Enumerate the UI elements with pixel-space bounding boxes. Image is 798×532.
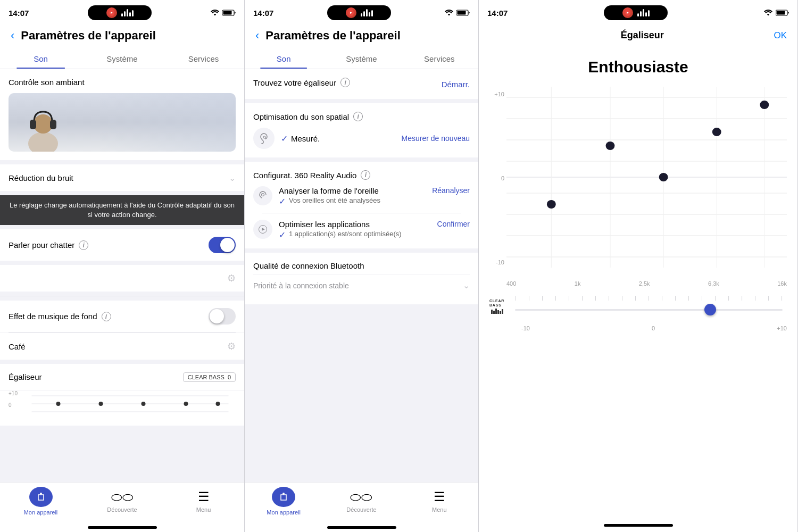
- svg-point-18: [262, 194, 264, 196]
- eq-dot-400[interactable]: [547, 200, 556, 209]
- status-bar-1: 14:07: [0, 0, 244, 23]
- config-info-icon[interactable]: i: [361, 170, 370, 180]
- eq-y-zero: 0: [9, 402, 12, 408]
- eq-page-title: Égaliseur: [511, 30, 774, 41]
- bg-music-toggle[interactable]: [209, 308, 236, 325]
- eq-label: Égaliseur: [9, 372, 42, 381]
- eq-freq-label-1: 400: [506, 280, 516, 287]
- config-title: Configurat. 360 Reality Audio i: [253, 170, 470, 180]
- slider-ticks-row: | | | | | | | | | | | | | | | | | | | |: [515, 295, 783, 301]
- toggle-knob: [220, 238, 235, 252]
- status-time-3: 14:07: [487, 9, 508, 18]
- cb-bar-3: [495, 309, 497, 314]
- nav-menu-1[interactable]: ☰ Menu: [163, 487, 244, 516]
- confirm-button[interactable]: Confirmer: [437, 220, 470, 228]
- home-indicator-2: [327, 526, 396, 529]
- eq-freq-label-2: 1k: [575, 280, 581, 287]
- chevron-down-icon[interactable]: ⌄: [229, 173, 236, 183]
- eq-y-zero: 0: [489, 175, 504, 181]
- gear-row: ⚙: [0, 265, 244, 292]
- gear-section: ⚙: [0, 265, 244, 292]
- checkmark-optimize: ✓: [279, 230, 286, 240]
- eq-svg-chart: [506, 87, 787, 268]
- person-illustration: [19, 98, 67, 152]
- eq-preset-name: Enthousiaste: [479, 47, 797, 81]
- spatial-measured: ✓ Mesuré.: [281, 134, 395, 144]
- cafe-row: Café ⚙: [0, 333, 244, 360]
- cb-range-labels: -10 0 +10: [479, 324, 797, 332]
- config-sep: [262, 213, 461, 213]
- tab-systeme-1[interactable]: Système: [81, 50, 163, 69]
- bg-music-info-icon[interactable]: i: [102, 312, 111, 321]
- nav-mon-appareil-label-1: Mon appareil: [24, 509, 58, 516]
- eq-dot-25k[interactable]: [659, 173, 668, 181]
- reanalyze-button[interactable]: Réanalyser: [432, 186, 470, 195]
- app-icon-2: [346, 7, 356, 18]
- cafe-label: Café: [9, 342, 26, 351]
- tooltip-text: Le réglage change automatiquement à l'ai…: [10, 201, 235, 219]
- tab-son-2[interactable]: Son: [245, 50, 322, 69]
- play-icon: [253, 220, 272, 239]
- spatial-section: Optimisation du son spatial i ✓ Mesuré.: [245, 103, 478, 157]
- city-bg: [99, 93, 236, 152]
- gear-icon-1[interactable]: ⚙: [227, 272, 236, 284]
- find-eq-title: Trouvez votre égaliseur i: [253, 78, 350, 87]
- back-button-1[interactable]: ‹: [9, 28, 16, 44]
- spatial-title: Optimisation du son spatial i: [253, 112, 470, 121]
- eq-dot-16k[interactable]: [760, 101, 769, 109]
- find-eq-info-icon[interactable]: i: [340, 78, 350, 87]
- svg-point-3: [34, 114, 53, 134]
- noise-reduction-label: Réduction du bruit: [9, 173, 73, 182]
- analyze-row: Analyser la forme de l'oreille ✓ Vos ore…: [253, 186, 470, 206]
- demarr-button[interactable]: Démarr.: [442, 80, 470, 89]
- eq-y-plus10: +10: [9, 390, 18, 396]
- bg-music-row: Effet de musique de fond i: [0, 301, 244, 332]
- optimize-text: Optimiser les applications ✓ 1 applicati…: [279, 220, 431, 240]
- status-icons-2: [445, 10, 470, 16]
- panel-3: 14:07: [479, 0, 798, 532]
- eq-chart-inner: [506, 87, 787, 270]
- talk-chat-toggle[interactable]: [209, 237, 236, 253]
- measure-again-button[interactable]: Mesurer de nouveau: [402, 134, 470, 143]
- nav-menu-label-1: Menu: [196, 506, 211, 513]
- talk-chat-label: Parler pour chatter i: [9, 240, 88, 250]
- mini-eq-chart: +10 0: [0, 390, 244, 426]
- tab-son-1[interactable]: Son: [0, 50, 81, 69]
- eq-ok-button[interactable]: OK: [774, 30, 787, 41]
- eq-header: Égaliseur OK: [479, 23, 797, 47]
- nav-decouverte-1[interactable]: ⬭⬭ Découverte: [81, 487, 163, 516]
- status-bar-2: 14:07: [245, 0, 478, 23]
- gear-icon-2[interactable]: ⚙: [227, 340, 236, 352]
- eq-freq-label-5: 16k: [777, 280, 787, 287]
- optimize-sub: ✓ 1 application(s) est/sont optimisée(s): [279, 230, 431, 240]
- slider-knob[interactable]: [704, 304, 716, 315]
- talk-chat-info-icon[interactable]: i: [79, 240, 88, 250]
- priority-chevron-icon[interactable]: ⌄: [463, 280, 470, 290]
- equalizer-section: Égaliseur CLEAR BASS 0 +10 0: [0, 364, 244, 426]
- cb-range-zero: 0: [652, 325, 655, 331]
- optimize-main-label: Optimiser les applications: [279, 220, 431, 229]
- nav-mon-appareil-1[interactable]: Mon appareil: [0, 487, 81, 516]
- config-360-section: Configurat. 360 Reality Audio i Analyser…: [245, 162, 478, 248]
- nav-decouverte-label-1: Découverte: [107, 506, 137, 513]
- audio-bars-2: [361, 9, 373, 16]
- clear-bass-slider[interactable]: [515, 302, 783, 318]
- tab-services-1[interactable]: Services: [163, 50, 244, 69]
- eq-dot-63k[interactable]: [712, 128, 721, 136]
- nav-decouverte-2[interactable]: ⬭⬭ Découverte: [322, 487, 400, 516]
- ambient-title: Contrôle son ambiant: [9, 78, 236, 87]
- mini-eq-svg: [9, 390, 236, 417]
- spatial-row: ✓ Mesuré. Mesurer de nouveau: [253, 128, 470, 149]
- status-bar-3: 14:07: [479, 0, 797, 23]
- eq-badge: CLEAR BASS 0: [183, 372, 236, 382]
- nav-menu-label-2: Menu: [432, 506, 447, 513]
- nav-mon-appareil-2[interactable]: Mon appareil: [245, 487, 322, 516]
- panel-1: 14:07: [0, 0, 245, 532]
- spatial-info-icon[interactable]: i: [353, 112, 363, 121]
- cb-bar-1: [491, 310, 493, 314]
- nav-menu-2[interactable]: ☰ Menu: [401, 487, 478, 516]
- tab-systeme-2[interactable]: Système: [322, 50, 400, 69]
- eq-dot-1k[interactable]: [606, 142, 615, 150]
- back-button-2[interactable]: ‹: [253, 28, 261, 44]
- tab-services-2[interactable]: Services: [401, 50, 478, 69]
